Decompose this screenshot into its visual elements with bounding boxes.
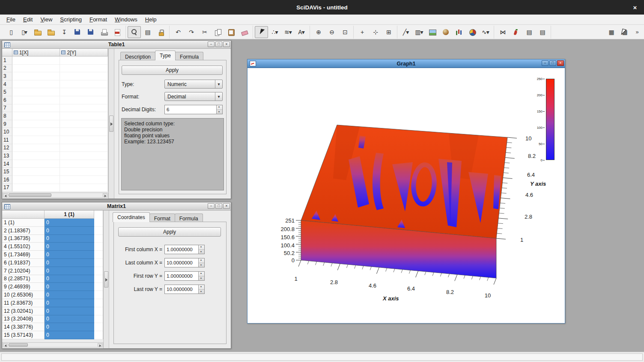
row-number[interactable]: 14 bbox=[2, 160, 12, 168]
table-cell[interactable] bbox=[12, 152, 60, 160]
row-number[interactable]: 9 bbox=[2, 120, 12, 128]
plugin-button[interactable]: ⋈ bbox=[496, 26, 509, 38]
spin-down-button[interactable] bbox=[199, 250, 204, 254]
minimize-button[interactable]: − bbox=[542, 60, 549, 66]
matrix-cell[interactable]: 0 bbox=[45, 307, 94, 315]
row-number[interactable]: 17 bbox=[2, 184, 12, 192]
table-cell[interactable] bbox=[12, 104, 60, 113]
horizontal-scrollbar[interactable] bbox=[2, 193, 108, 198]
open-project-button[interactable] bbox=[31, 26, 44, 38]
tab-description[interactable]: Description bbox=[120, 52, 155, 60]
table-cell[interactable] bbox=[60, 168, 108, 176]
matrix-row-label[interactable]: 15 (3.57143) bbox=[2, 331, 45, 339]
spin-down-button[interactable] bbox=[217, 110, 222, 114]
new-aspect-menu-button[interactable]: ▯▾ bbox=[18, 26, 31, 38]
matrix-cell[interactable]: 0 bbox=[45, 251, 94, 259]
collapse-panel-button[interactable] bbox=[104, 271, 108, 288]
table-cell[interactable] bbox=[12, 112, 60, 120]
zoom-out-button[interactable]: ⊖ bbox=[325, 26, 338, 38]
redo-button[interactable]: ↷ bbox=[185, 26, 198, 38]
row-number[interactable]: 6 bbox=[2, 96, 12, 104]
plot-pie-button[interactable] bbox=[465, 26, 479, 38]
matrix-row-label[interactable]: 11 (2.83673) bbox=[2, 299, 45, 307]
tab-type[interactable]: Type bbox=[155, 50, 176, 60]
close-button[interactable]: × bbox=[223, 203, 230, 209]
matrix-row-label[interactable]: 4 (1.55102) bbox=[2, 243, 45, 251]
coordinate-spinbox[interactable]: 1.00000000 bbox=[164, 271, 205, 281]
select-range-button[interactable]: ⊞ bbox=[382, 26, 395, 38]
layer-menu-button[interactable]: ▥▾ bbox=[412, 26, 426, 38]
table-cell[interactable] bbox=[12, 80, 60, 89]
matrix-row-label[interactable]: 5 (1.73469) bbox=[2, 251, 45, 259]
table-cell[interactable] bbox=[60, 104, 108, 113]
spin-up-button[interactable] bbox=[199, 245, 204, 250]
app-close-button[interactable]: × bbox=[631, 3, 639, 11]
row-number[interactable]: 10 bbox=[2, 128, 12, 136]
matrix-row-label[interactable]: 3 (1.36735) bbox=[2, 235, 45, 243]
spin-down-button[interactable] bbox=[199, 276, 204, 281]
format-combobox[interactable]: Decimal bbox=[164, 92, 223, 101]
table-cell[interactable] bbox=[60, 184, 108, 192]
row-number[interactable]: 5 bbox=[2, 88, 12, 96]
table-cell[interactable] bbox=[60, 176, 108, 184]
tab-formula[interactable]: Formula bbox=[175, 214, 203, 222]
lock-toolbars-button[interactable] bbox=[154, 26, 167, 38]
maximize-button[interactable]: □ bbox=[215, 203, 222, 209]
matrix-row-label[interactable]: 7 (2.10204) bbox=[2, 267, 45, 275]
matrix-cell[interactable]: 0 bbox=[45, 219, 94, 227]
table-cell[interactable] bbox=[12, 184, 60, 192]
plot-canvas[interactable]: 250 200 150 100 50 0 251 200.8 150.6 100… bbox=[247, 68, 565, 323]
paste-button[interactable] bbox=[224, 26, 238, 38]
scroll-left-button[interactable] bbox=[3, 193, 8, 197]
zoom-in-button[interactable]: ⊕ bbox=[312, 26, 325, 38]
pointer-button[interactable] bbox=[255, 26, 268, 38]
matrix1-titlebar[interactable]: Matrix1 − □ × bbox=[2, 202, 231, 211]
menu-item[interactable]: Help bbox=[141, 15, 161, 24]
row-number[interactable]: 1 bbox=[2, 56, 12, 65]
colorbar[interactable] bbox=[546, 79, 555, 160]
toolbar-overflow-button[interactable]: » bbox=[633, 26, 641, 38]
table-cell[interactable] bbox=[60, 88, 108, 96]
table-cell[interactable] bbox=[60, 80, 108, 89]
table-cell[interactable] bbox=[60, 112, 108, 120]
collapse-panel-button[interactable] bbox=[109, 116, 113, 132]
menu-item[interactable]: Format bbox=[86, 15, 111, 24]
matrix-cell[interactable]: 0 bbox=[45, 291, 94, 299]
row-number[interactable]: 16 bbox=[2, 176, 12, 184]
scroll-left-button[interactable] bbox=[3, 343, 8, 347]
horizontal-scrollbar[interactable] bbox=[2, 342, 103, 347]
table-cell[interactable] bbox=[12, 96, 60, 104]
undo-button[interactable]: ↶ bbox=[171, 26, 185, 38]
open-template-button[interactable] bbox=[44, 26, 57, 38]
coordinate-spinbox[interactable]: 1.00000000 bbox=[164, 245, 205, 254]
row-number[interactable]: 4 bbox=[2, 80, 12, 89]
spin-down-button[interactable] bbox=[199, 290, 204, 294]
scroll-right-button[interactable] bbox=[103, 193, 107, 197]
row-number[interactable]: 11 bbox=[2, 136, 12, 144]
export-pdf-button[interactable] bbox=[110, 26, 124, 38]
minimize-button[interactable]: − bbox=[208, 203, 215, 209]
table-cell[interactable] bbox=[60, 128, 108, 136]
save-project-button[interactable] bbox=[71, 26, 84, 38]
coordinate-spinbox[interactable]: 10.0000000 bbox=[164, 285, 205, 294]
tab-format[interactable]: Format bbox=[149, 214, 175, 222]
table-cell[interactable] bbox=[12, 120, 60, 128]
table-cell[interactable] bbox=[60, 160, 108, 168]
row-number[interactable]: 15 bbox=[2, 168, 12, 176]
scrollbar-thumb[interactable] bbox=[9, 193, 51, 197]
line-style-menu-button[interactable]: ≋▾ bbox=[281, 26, 295, 38]
matrix-column-header[interactable]: 1 (1) bbox=[45, 211, 94, 219]
table-cell[interactable] bbox=[12, 144, 60, 152]
plot-3d-button[interactable] bbox=[439, 26, 452, 38]
screen-reader-button[interactable]: + bbox=[355, 26, 369, 38]
row-number[interactable]: 3 bbox=[2, 72, 12, 80]
save-template-button[interactable] bbox=[84, 26, 97, 38]
matrix-cell[interactable]: 0 bbox=[45, 259, 94, 267]
rescale-button[interactable]: ⊡ bbox=[338, 26, 352, 38]
row-number[interactable]: 2 bbox=[2, 65, 12, 73]
table-cell[interactable] bbox=[12, 168, 60, 176]
import-ascii-button[interactable]: ↧ bbox=[57, 26, 71, 38]
column-header[interactable]: 2[Y] bbox=[60, 49, 108, 56]
table-cell[interactable] bbox=[12, 128, 60, 136]
table-cell[interactable] bbox=[12, 72, 60, 80]
